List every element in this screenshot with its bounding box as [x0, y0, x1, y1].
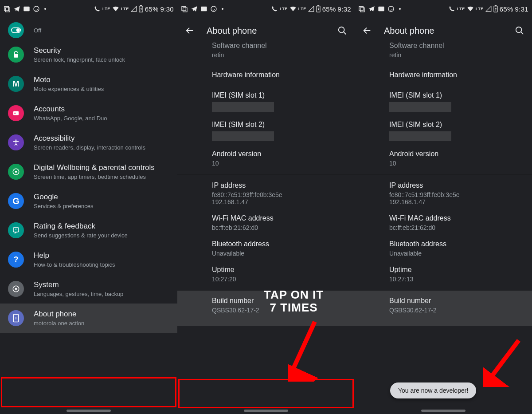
telegram-icon — [13, 5, 20, 12]
svg-point-11 — [16, 139, 17, 141]
svg-rect-0 — [4, 7, 8, 11]
wifi-icon — [112, 6, 119, 12]
annotation-arrow — [288, 319, 341, 382]
battery-icon — [493, 5, 498, 12]
about-list[interactable]: Software channel retin Hardware informat… — [177, 42, 355, 326]
more-notif-dot — [222, 8, 223, 10]
item-bluetooth[interactable]: Bluetooth address Unavailable — [355, 236, 532, 261]
accounts-icon — [8, 105, 24, 121]
item-title: Moto — [34, 75, 104, 84]
svg-rect-9 — [13, 111, 19, 115]
about-list[interactable]: Software channel retin Hardware informat… — [355, 42, 532, 326]
item-subtitle: Screen time, app timers, bedtime schedul… — [34, 173, 155, 180]
item-wifi-mac[interactable]: Wi-Fi MAC address bc:ff:eb:21:62:d0 — [355, 210, 532, 236]
item-build-number[interactable]: Build number QSBS30.62-17-2 — [355, 291, 532, 326]
svg-point-24 — [339, 27, 344, 33]
security-icon — [8, 47, 24, 63]
svg-point-7 — [16, 28, 20, 32]
notif-icon — [358, 5, 365, 12]
off-label: Off — [34, 27, 41, 34]
item-hardware-info[interactable]: Hardware information — [355, 63, 532, 87]
svg-rect-1 — [6, 8, 10, 12]
whatsapp-icon — [210, 5, 217, 12]
page-title: About phone — [384, 26, 503, 36]
item-uptime[interactable]: Uptime 10:27:20 — [177, 261, 355, 287]
nav-handle[interactable] — [421, 410, 466, 412]
search-button[interactable] — [513, 24, 526, 37]
item-software-channel[interactable]: Software channel retin — [355, 42, 532, 63]
item-hardware-info[interactable]: Hardware information — [177, 63, 355, 87]
settings-list[interactable]: Off SecurityScreen lock, fingerprint, fa… — [0, 18, 177, 333]
settings-item-help[interactable]: ?HelpHow-to & troubleshooting topics — [0, 245, 177, 274]
item-software-channel[interactable]: Software channel retin — [177, 42, 355, 63]
item-wifi-mac[interactable]: Wi-Fi MAC address bc:ff:eb:21:62:d0 — [177, 210, 355, 236]
back-button[interactable] — [361, 24, 373, 37]
svg-point-32 — [516, 27, 522, 33]
settings-item-about[interactable]: About phonemotorola one action — [0, 304, 177, 333]
svg-point-16 — [16, 288, 17, 290]
battery-icon — [139, 5, 143, 12]
settings-item-moto[interactable]: MMotoMoto experiences & utilities — [0, 69, 177, 99]
whatsapp-icon — [387, 5, 395, 12]
notif-icon — [181, 5, 188, 12]
screen-settings: LTE LTE 65% 9:30 Off SecurityScreen lock… — [0, 0, 177, 414]
svg-rect-8 — [14, 54, 18, 57]
settings-item-accounts[interactable]: AccountsWhatsApp, Google, and Duo — [0, 99, 177, 128]
nav-handle[interactable] — [244, 410, 288, 412]
item-title: Accessibility — [34, 134, 145, 143]
settings-item-accessibility[interactable]: AccessibilityScreen readers, display, in… — [0, 128, 177, 157]
telegram-icon — [368, 5, 375, 12]
item-imei-1[interactable]: IMEI (SIM slot 1) — [355, 87, 532, 116]
clock: 9:32 — [338, 5, 351, 13]
item-android-version[interactable]: Android version 10 — [177, 146, 355, 171]
svg-line-33 — [488, 340, 519, 382]
svg-rect-28 — [378, 7, 384, 12]
settings-item-system[interactable]: SystemLanguages, gestures, time, backup — [0, 274, 177, 304]
redacted-block — [212, 102, 274, 112]
telegram-icon — [191, 5, 198, 12]
battery-percent: 65% — [322, 5, 336, 13]
settings-item-wellbeing[interactable]: Digital Wellbeing & parental controlsScr… — [0, 157, 177, 186]
more-notif-dot — [44, 8, 46, 10]
settings-item-security[interactable]: SecurityScreen lock, fingerprint, face u… — [0, 40, 177, 69]
moto-icon: M — [8, 76, 24, 92]
item-uptime[interactable]: Uptime 10:27:13 — [355, 261, 532, 287]
svg-point-10 — [14, 113, 16, 114]
search-button[interactable] — [336, 24, 348, 37]
wellbeing-icon — [8, 164, 24, 180]
back-button[interactable] — [184, 24, 196, 37]
wifi-icon — [289, 6, 297, 12]
svg-rect-19 — [183, 8, 187, 12]
battery-icon — [316, 5, 321, 12]
settings-item-rating[interactable]: Rating & feedbackSend suggestions & rate… — [0, 216, 177, 245]
help-icon: ? — [8, 252, 24, 268]
item-subtitle: Moto experiences & utilities — [34, 86, 104, 92]
item-android-version[interactable]: Android version 10 — [355, 146, 532, 171]
item-title: System — [34, 280, 123, 289]
item-title: Google — [34, 193, 93, 201]
system-icon — [8, 281, 24, 297]
nav-handle[interactable] — [66, 410, 111, 412]
svg-rect-2 — [23, 7, 29, 12]
screen-about-phone-2: LTE LTE 65% 9:31 About phone Software ch… — [355, 0, 532, 414]
item-subtitle: WhatsApp, Google, and Duo — [34, 115, 107, 122]
highlight-about-phone — [1, 377, 176, 407]
toast-developer: You are now a developer! — [390, 382, 476, 398]
item-imei-2[interactable]: IMEI (SIM slot 2) — [177, 116, 355, 146]
item-bluetooth[interactable]: Bluetooth address Unavailable — [177, 236, 355, 261]
signal-icon — [485, 6, 492, 12]
redacted-block — [212, 131, 274, 141]
item-title: Accounts — [34, 105, 107, 114]
item-title: Help — [34, 251, 115, 260]
news-icon — [200, 6, 207, 12]
item-ip[interactable]: IP address fe80::7c51:93ff:fe0b:3e5e 192… — [355, 177, 532, 210]
item-title: About phone — [34, 310, 84, 319]
annotation-arrow — [483, 338, 528, 387]
page-title: About phone — [207, 26, 325, 36]
settings-item-google[interactable]: GGoogleServices & preferences — [0, 186, 177, 216]
item-title: Rating & feedback — [34, 222, 128, 231]
item-imei-2[interactable]: IMEI (SIM slot 2) — [355, 116, 532, 146]
item-ip[interactable]: IP address fe80::7c51:93ff:fe0b:3e5e 192… — [177, 177, 355, 210]
svg-rect-23 — [317, 5, 319, 6]
item-imei-1[interactable]: IMEI (SIM slot 1) — [177, 87, 355, 116]
